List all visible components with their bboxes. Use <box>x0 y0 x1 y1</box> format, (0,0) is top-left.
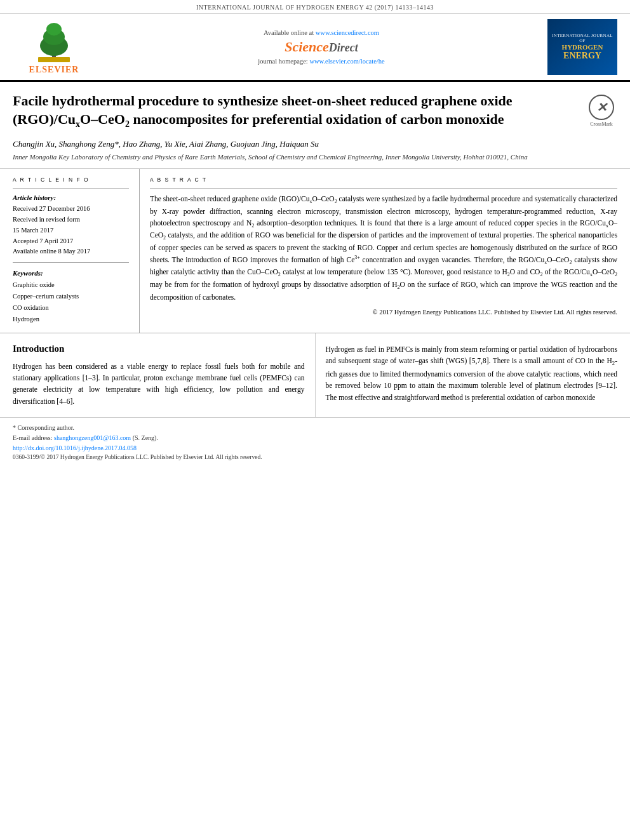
title-section: Facile hydrothermal procedure to synthes… <box>0 82 630 169</box>
accepted-date: Accepted 7 April 2017 <box>13 236 129 247</box>
divider-2 <box>13 262 129 263</box>
affiliation: Inner Mongolia Key Laboratory of Chemist… <box>13 153 579 161</box>
elsevier-tree-icon <box>25 19 83 63</box>
authors: Changjin Xu, Shanghong Zeng*, Hao Zhang,… <box>13 139 579 149</box>
abstract-text: The sheet-on-sheet reduced graphene oxid… <box>150 194 617 303</box>
journal-branding: ELSEVIER Available online at www.science… <box>0 14 630 82</box>
divider-1 <box>13 188 129 189</box>
crossmark-badge: ✕ CrossMark <box>586 92 617 161</box>
article-info-label: A R T I C L E I N F O <box>13 177 129 183</box>
footnote-email: E-mail address: shanghongzeng001@163.com… <box>13 433 617 443</box>
revised-date: 15 March 2017 <box>13 225 129 236</box>
footer-copyright: 0360-3199/© 2017 Hydrogen Energy Publica… <box>13 454 617 460</box>
badge-intl-label: INTERNATIONAL JOURNAL OF <box>551 33 613 43</box>
footnote-corresponding: * Corresponding author. <box>13 423 617 433</box>
received-date: Received 27 December 2016 <box>13 204 129 215</box>
article-title: Facile hydrothermal procedure to synthes… <box>13 92 579 130</box>
svg-rect-4 <box>38 57 70 62</box>
introduction-section: Introduction Hydrogen has been considere… <box>0 333 630 418</box>
page-footer: * Corresponding author. E-mail address: … <box>0 417 630 464</box>
available-online-text: Available online at www.sciencedirect.co… <box>264 29 379 36</box>
keyword-3: CO oxidation <box>13 302 129 314</box>
intro-left-text: Hydrogen has been considered as a viable… <box>13 361 305 408</box>
introduction-title: Introduction <box>13 343 305 354</box>
elsevier-logo: ELSEVIER <box>13 19 95 75</box>
article-history-label: Article history: <box>13 194 129 201</box>
hydrogen-energy-badge: INTERNATIONAL JOURNAL OF HYDROGEN ENERGY <box>547 19 617 75</box>
elsevier-wordmark: ELSEVIER <box>29 65 79 75</box>
keywords-label: Keywords: <box>13 269 129 277</box>
doi-line: http://dx.doi.org/10.1016/j.ijhydene.201… <box>13 444 617 451</box>
abstract-divider <box>150 188 617 189</box>
intro-left-col: Introduction Hydrogen has been considere… <box>13 333 316 418</box>
email-link[interactable]: shanghongzeng001@163.com <box>54 434 131 441</box>
homepage-url[interactable]: www.elsevier.com/locate/he <box>309 58 384 65</box>
homepage-line: journal homepage: www.elsevier.com/locat… <box>258 58 384 65</box>
sciencedirect-logo: ScienceDirect <box>285 39 358 55</box>
badge-journal-name: HYDROGEN <box>562 43 603 51</box>
journal-title-bar: INTERNATIONAL JOURNAL OF HYDROGEN ENERGY… <box>196 4 434 11</box>
journal-center-info: Available online at www.sciencedirect.co… <box>102 19 541 75</box>
title-content: Facile hydrothermal procedure to synthes… <box>13 92 579 161</box>
abstract-label: A B S T R A C T <box>150 177 617 183</box>
badge-energy-word: ENERGY <box>563 51 601 61</box>
abstract-col: A B S T R A C T The sheet-on-sheet reduc… <box>140 169 617 332</box>
keyword-2: Copper–cerium catalysts <box>13 291 129 302</box>
keyword-4: Hydrogen <box>13 314 129 325</box>
svg-point-3 <box>46 23 62 36</box>
received-revised-label: Received in revised form <box>13 215 129 225</box>
journal-header-bar: INTERNATIONAL JOURNAL OF HYDROGEN ENERGY… <box>0 0 630 14</box>
crossmark-label: CrossMark <box>590 121 613 127</box>
crossmark-icon: ✕ <box>589 95 614 120</box>
available-online-date: Available online 8 May 2017 <box>13 246 129 257</box>
article-info-col: A R T I C L E I N F O Article history: R… <box>13 169 140 332</box>
article-info-abstract: A R T I C L E I N F O Article history: R… <box>0 169 630 333</box>
sciencedirect-url[interactable]: www.sciencedirect.com <box>316 29 379 36</box>
intro-right-col: Hydrogen as fuel in PEMFCs is mainly fro… <box>316 333 618 418</box>
intro-right-text: Hydrogen as fuel in PEMFCs is mainly fro… <box>326 343 618 404</box>
keyword-1: Graphitic oxide <box>13 279 129 291</box>
doi-link[interactable]: http://dx.doi.org/10.1016/j.ijhydene.201… <box>13 444 137 451</box>
abstract-copyright: © 2017 Hydrogen Energy Publications LLC.… <box>150 309 617 316</box>
